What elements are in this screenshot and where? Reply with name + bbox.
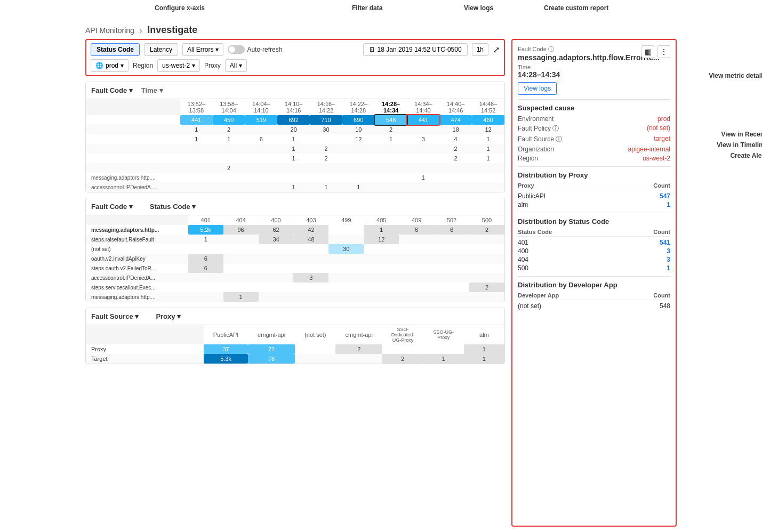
region-dropdown[interactable]: us-west-2 ▾ [157, 59, 200, 72]
cell[interactable]: 3 [407, 134, 439, 144]
grid1-y-dropdown[interactable]: Fault Code ▾ Fault Code Fault Policy Fau… [91, 86, 133, 94]
environment-dropdown[interactable]: 🌐 prod ▾ [91, 59, 129, 72]
grid3-x-label[interactable]: Proxy ▾ [156, 312, 181, 320]
cell[interactable]: 5.2k [188, 225, 223, 235]
cell[interactable]: 474 [439, 115, 472, 125]
table-row[interactable]: 441 450 519 692 710 690 548 441 474 460 [86, 115, 504, 125]
all-errors-dropdown[interactable]: All Errors ▾ [182, 43, 223, 56]
cell[interactable]: 3 [293, 273, 328, 283]
cell[interactable]: 1 [277, 182, 310, 192]
cell[interactable]: 1 [375, 134, 407, 144]
cell[interactable]: 42 [293, 225, 328, 235]
cell[interactable]: 2 [335, 344, 382, 354]
table-row[interactable]: accesscontrol.IPDeniedA... 3 [86, 273, 504, 283]
table-row[interactable]: 1 2 2 1 [86, 154, 504, 163]
table-row[interactable]: steps.raisefault.RaiseFault 1 34 48 12 [86, 235, 504, 244]
expand-icon[interactable]: ⤢ [493, 45, 500, 55]
cell[interactable] [245, 125, 277, 134]
cell[interactable]: 12 [472, 125, 504, 134]
more-options-btn[interactable]: ⋮ [657, 45, 670, 58]
cell[interactable]: 30 [328, 244, 364, 254]
cell[interactable]: 1 [342, 182, 375, 192]
cell[interactable]: 2 [213, 163, 245, 173]
table-row[interactable]: steps.oauth.v2.FailedToR... 6 [86, 263, 504, 273]
cell[interactable]: 72 [248, 344, 295, 354]
cell[interactable]: 1 [277, 144, 310, 154]
cell[interactable]: 62 [259, 225, 294, 235]
cell[interactable]: 12 [342, 134, 375, 144]
cell[interactable]: 30 [310, 125, 342, 134]
cell[interactable]: 1 [364, 225, 399, 235]
cell[interactable]: 710 [310, 115, 342, 125]
cell[interactable]: 2 [439, 154, 472, 163]
cell[interactable]: 6 [188, 254, 223, 263]
cell[interactable]: 1 [277, 134, 310, 144]
grid1-y-label[interactable]: Fault Code ▾ [91, 86, 133, 94]
cell[interactable]: 6 [188, 263, 223, 273]
cell[interactable]: 96 [223, 225, 259, 235]
table-row[interactable]: messaging.adaptors.http... 5.2k 96 62 42… [86, 225, 504, 235]
table-row[interactable]: Target 5.3k 78 2 1 1 [86, 354, 504, 364]
cell[interactable]: 18 [439, 125, 472, 134]
cell[interactable]: 2 [439, 144, 472, 154]
cell[interactable]: 1 [223, 292, 259, 302]
table-row[interactable]: accesscontrol.IPDeniedA... 1 1 1 [86, 182, 504, 192]
cell[interactable]: 2 [310, 154, 342, 163]
table-row[interactable]: 2 [86, 163, 504, 173]
cell[interactable]: 2 [375, 125, 407, 134]
cell[interactable]: 12 [364, 235, 399, 244]
cell[interactable]: 2 [310, 144, 342, 154]
grid1-x-label[interactable]: Time ▾ [141, 86, 163, 94]
cell[interactable]: 10 [342, 125, 375, 134]
cell[interactable]: 2 [469, 225, 504, 235]
cell[interactable]: 1 [188, 235, 223, 244]
cell[interactable]: 2 [469, 283, 504, 292]
table-row[interactable]: messaging.adaptors.http.... 1 [86, 173, 504, 182]
latency-tab[interactable]: Latency [144, 43, 178, 56]
cell[interactable]: 548 [375, 115, 407, 125]
grid2-y-label[interactable]: Fault Code ▾ [91, 203, 133, 211]
table-row[interactable]: (not set) 30 [86, 244, 504, 254]
cell[interactable]: 441 [407, 115, 439, 125]
cell[interactable]: 1 [472, 134, 504, 144]
cell[interactable]: 1 [310, 182, 342, 192]
proxy-dropdown[interactable]: All ▾ [225, 59, 247, 72]
table-row[interactable]: oauth.v2.InvalidApiKey 6 [86, 254, 504, 263]
cell[interactable]: 1 [472, 154, 504, 163]
cell[interactable] [407, 125, 439, 134]
table-row[interactable]: 1 1 6 1 12 1 3 4 1 [86, 134, 504, 144]
cell[interactable] [310, 134, 342, 144]
auto-refresh-toggle[interactable] [228, 45, 245, 54]
chart-icon-btn[interactable]: ▦ [641, 45, 654, 58]
cell[interactable]: 78 [248, 354, 295, 364]
date-picker[interactable]: 🗓 18 Jan 2019 14:52 UTC-0500 [363, 43, 468, 56]
cell[interactable]: 1 [180, 125, 213, 134]
cell[interactable]: 1 [464, 354, 504, 364]
cell[interactable]: 1 [277, 154, 310, 163]
cell[interactable]: 20 [277, 125, 310, 134]
breadcrumb-parent[interactable]: API Monitoring [85, 26, 134, 35]
cell[interactable]: 5.3k [204, 354, 248, 364]
grid2-x-label[interactable]: Status Code ▾ [150, 203, 196, 211]
view-logs-button[interactable]: View logs [518, 82, 557, 95]
cell[interactable]: 1 [180, 134, 213, 144]
table-row[interactable]: messaging.adaptors.http.... 1 [86, 292, 504, 302]
cell[interactable]: 519 [245, 115, 277, 125]
cell[interactable]: 6 [245, 134, 277, 144]
table-row[interactable]: 1 2 20 30 10 2 18 12 [86, 125, 504, 134]
cell[interactable]: 1 [213, 134, 245, 144]
table-row[interactable]: steps.servicecallout.Exec... 2 [86, 283, 504, 292]
grid3-y-label[interactable]: Fault Source ▾ [91, 312, 139, 320]
cell[interactable]: 1 [407, 173, 439, 182]
cell[interactable]: 1 [423, 354, 464, 364]
cell[interactable]: 460 [472, 115, 504, 125]
cell[interactable]: 37 [204, 344, 248, 354]
cell[interactable]: 441 [180, 115, 213, 125]
cell[interactable]: 34 [259, 235, 294, 244]
cell[interactable]: 2 [382, 354, 423, 364]
table-row[interactable]: Proxy 37 72 2 1 [86, 344, 504, 354]
cell[interactable]: 450 [213, 115, 245, 125]
cell[interactable]: 6 [434, 225, 469, 235]
cell[interactable]: 1 [464, 344, 504, 354]
table-row[interactable]: 1 2 2 1 [86, 144, 504, 154]
